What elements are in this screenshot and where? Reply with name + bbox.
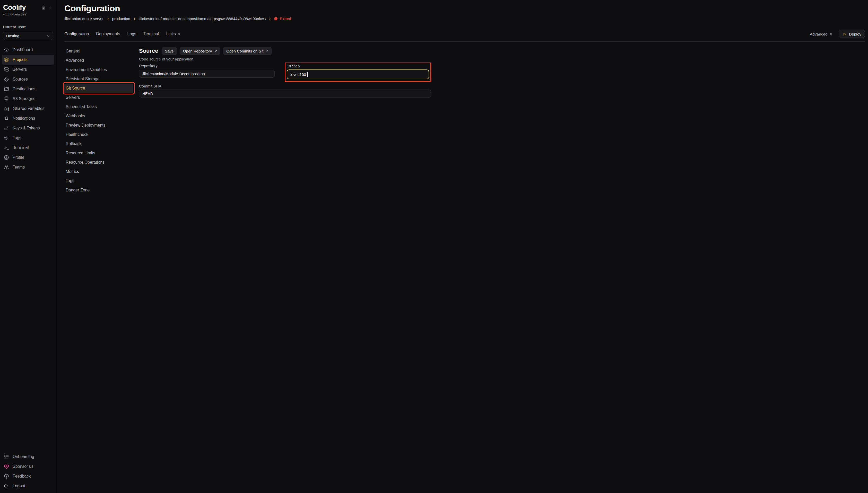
section-description: Code source of your application.: [139, 57, 434, 61]
tab-configuration[interactable]: Configuration: [64, 31, 89, 36]
subnav-item-webhooks[interactable]: Webhooks: [64, 111, 133, 121]
open-repository-button[interactable]: Open Repository ↗: [180, 47, 220, 55]
theme-sun-icon[interactable]: [41, 5, 46, 10]
home-icon: [4, 47, 9, 53]
branch-input[interactable]: [287, 69, 429, 79]
branch-annotation-box: Branch: [285, 63, 431, 82]
branch-field: [287, 69, 429, 79]
breadcrumb-application[interactable]: illicitestonion/-module--decomposition:m…: [139, 17, 266, 21]
user-circle-icon: [4, 155, 9, 160]
sidebar-item-dashboard[interactable]: Dashboard: [2, 45, 54, 55]
external-link-icon: ↗: [266, 49, 269, 53]
breadcrumb-environment[interactable]: production: [112, 17, 130, 21]
sidebar-nav: Dashboard Projects Servers Sources Desti…: [0, 45, 56, 172]
subnav-item-persistent-storage[interactable]: Persistent Storage: [64, 74, 133, 84]
section-heading: Source: [139, 48, 158, 54]
app-logo[interactable]: Coolify: [3, 4, 26, 12]
bell-icon: [4, 115, 9, 121]
page-title: Configuration: [64, 3, 434, 14]
chevron-right-icon: [133, 17, 136, 21]
subnav-item-resource-operations[interactable]: Resource Operations: [64, 158, 133, 167]
main-content: Configuration illicitonion quote server …: [56, 0, 434, 246]
sidebar-item-servers[interactable]: Servers: [2, 65, 54, 74]
tab-links[interactable]: Links: [166, 31, 181, 36]
status-label: Exited: [279, 17, 291, 21]
sidebar-item-projects[interactable]: Projects: [2, 55, 54, 65]
map-icon: [4, 86, 9, 92]
tab-deployments[interactable]: Deployments: [96, 31, 120, 36]
subnav-item-tags[interactable]: Tags: [64, 176, 133, 186]
sidebar-item-notifications[interactable]: Notifications: [2, 113, 54, 123]
status-badge: Exited: [274, 17, 291, 21]
subnav-item-healthcheck[interactable]: Healthcheck: [64, 130, 133, 139]
sidebar-item-label: Profile: [13, 155, 24, 160]
sidebar-item-label: Notifications: [13, 116, 35, 121]
subnav-item-environment-variables[interactable]: Environment Variables: [64, 65, 133, 74]
users-icon: [4, 165, 9, 170]
sidebar-item-label: Shared Variables: [13, 106, 44, 111]
sidebar-item-label: Dashboard: [13, 48, 33, 52]
sidebar-item-teams[interactable]: Teams: [2, 163, 54, 172]
sidebar-item-keys-tokens[interactable]: Keys & Tokens: [2, 123, 54, 133]
breadcrumb: illicitonion quote server production ill…: [64, 17, 434, 21]
sidebar-item-label: Teams: [13, 165, 25, 170]
sidebar-item-label: Destinations: [13, 87, 35, 91]
subnav-item-danger-zone[interactable]: Danger Zone: [64, 186, 133, 195]
sidebar-item-destinations[interactable]: Destinations: [2, 84, 54, 94]
subnav-item-scheduled-tasks[interactable]: Scheduled Tasks: [64, 102, 133, 111]
breadcrumb-project[interactable]: illicitonion quote server: [64, 17, 104, 21]
team-select[interactable]: Hosting: [3, 31, 53, 40]
subnav-item-general[interactable]: General: [64, 47, 133, 56]
subnav-item-resource-limits[interactable]: Resource Limits: [64, 148, 133, 158]
repository-input[interactable]: [139, 70, 275, 78]
subnav-item-servers[interactable]: Servers: [64, 93, 133, 102]
save-button[interactable]: Save: [162, 47, 177, 55]
tabs-divider: [64, 41, 434, 42]
sidebar-item-label: Projects: [13, 57, 27, 62]
sidebar-item-label: Keys & Tokens: [13, 126, 40, 130]
status-dot-icon: [274, 17, 277, 20]
sidebar-item-terminal[interactable]: >_ Terminal: [2, 143, 54, 153]
subnav-item-git-source[interactable]: Git Source: [64, 84, 133, 93]
sidebar-item-label: Servers: [13, 67, 27, 72]
tab-terminal[interactable]: Terminal: [143, 31, 159, 36]
parentheses-x-icon: (x): [4, 107, 10, 111]
sidebar-item-profile[interactable]: Profile: [2, 153, 54, 163]
sidebar-item-label: Tags: [13, 135, 21, 140]
current-team-label: Current Team: [3, 25, 53, 29]
chevrons-up-down-icon[interactable]: [48, 6, 52, 10]
open-commits-label: Open Commits on Git: [226, 49, 263, 53]
open-commits-button[interactable]: Open Commits on Git ↗: [223, 47, 272, 55]
app-version: v4.0.0-beta.399: [0, 12, 56, 16]
repository-label: Repository: [139, 64, 157, 68]
subnav-item-preview-deployments[interactable]: Preview Deployments: [64, 121, 133, 130]
sidebar-item-sources[interactable]: Sources: [2, 74, 54, 84]
sidebar-item-shared-variables[interactable]: (x) Shared Variables: [2, 104, 54, 113]
database-icon: [4, 96, 9, 102]
sidebar-item-tags[interactable]: Tags: [2, 133, 54, 143]
subnav-item-rollback[interactable]: Rollback: [64, 139, 133, 148]
tabs-row: Configuration Deployments Logs Terminal …: [64, 31, 434, 37]
sidebar-item-s3-storages[interactable]: S3 Storages: [2, 94, 54, 104]
subnav-item-advanced[interactable]: Advanced: [64, 56, 133, 65]
team-select-value: Hosting: [6, 34, 19, 38]
tab-logs[interactable]: Logs: [127, 31, 136, 36]
external-link-icon: ↗: [214, 49, 217, 53]
sidebar-item-label: Terminal: [13, 145, 28, 150]
chevrons-up-down-icon: [177, 32, 181, 36]
sidebar: Coolify v4.0.0-beta.399 Current Team Hos…: [0, 0, 56, 246]
subnav-item-metrics[interactable]: Metrics: [64, 167, 133, 176]
chevron-down-icon: [46, 34, 50, 38]
tags-icon: [4, 135, 9, 141]
terminal-prompt-icon: >_: [4, 145, 10, 150]
text-cursor: [308, 72, 308, 77]
chevron-right-icon: [106, 17, 110, 21]
git-source-panel: Source Save Open Repository ↗ Open Commi…: [139, 47, 434, 195]
server-icon: [4, 67, 9, 72]
open-repository-label: Open Repository: [183, 49, 212, 53]
git-commit-icon: [4, 77, 9, 82]
sidebar-item-label: S3 Storages: [13, 97, 35, 101]
commit-sha-input[interactable]: [139, 89, 431, 98]
chevron-right-icon: [268, 17, 272, 21]
branch-label: Branch: [288, 64, 430, 68]
